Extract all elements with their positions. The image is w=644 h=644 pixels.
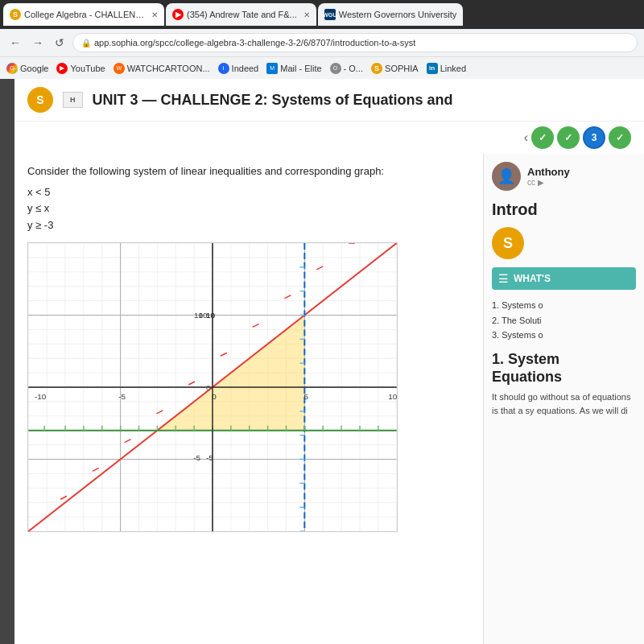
section-title-line2: Equations xyxy=(492,369,562,385)
bookmarks-bar: G Google ▶ YouTube W WATCHCARTOON... i I… xyxy=(0,56,644,79)
covered-item-3: 3. Systems o xyxy=(492,328,636,343)
bookmark-misc[interactable]: O - O... xyxy=(330,63,363,74)
inequality-2: y ≤ x xyxy=(27,200,470,217)
bookmark-misc-label: - O... xyxy=(344,64,363,73)
section-desc-text: It should go without sa of equations is … xyxy=(492,392,630,415)
google-icon: G xyxy=(6,63,18,74)
svg-text:10: 10 xyxy=(206,311,216,320)
indeed-icon: i xyxy=(218,63,229,74)
bookmark-sophia[interactable]: S SOPHIA xyxy=(371,63,419,74)
covered-item-2: 2. The Soluti xyxy=(492,313,636,328)
forward-button[interactable]: → xyxy=(29,35,47,51)
bookmark-linkedin-label: Linked xyxy=(440,64,466,73)
back-button[interactable]: ← xyxy=(6,35,24,51)
instructor-card: 👤 Anthony cc ▶ xyxy=(492,162,636,191)
cc-label: cc ▶ xyxy=(527,178,570,187)
tab-label-youtube: (354) Andrew Tate and F&... xyxy=(187,10,297,19)
tab-icon-wgu: WGU xyxy=(324,9,336,20)
covered-list: 1. Systems o 2. The Soluti 3. Systems o xyxy=(492,298,636,343)
nav-dots-row: ‹ ✓ ✓ 3 ✓ xyxy=(14,122,644,154)
youtube-bm-icon: ▶ xyxy=(56,63,68,74)
nav-dot-1[interactable]: ✓ xyxy=(531,126,554,149)
page-title: UNIT 3 — CHALLENGE 2: Systems of Equatio… xyxy=(93,92,453,109)
dot-3-label: 3 xyxy=(592,132,597,143)
tab-bar: S College Algebra - CHALLENGE ✕ ▶ (354) … xyxy=(0,0,644,29)
address-bar-row: ← → ↺ 🔒 app.sophia.org/spcc/college-alge… xyxy=(0,29,644,56)
tab-close-1[interactable]: ✕ xyxy=(151,10,158,19)
tab-label-college-algebra: College Algebra - CHALLENGE xyxy=(24,10,145,19)
lock-icon: 🔒 xyxy=(81,39,91,47)
refresh-button[interactable]: ↺ xyxy=(52,35,68,51)
list-icon: ☰ xyxy=(498,272,509,285)
systems-section-title: 1. System Equations xyxy=(492,351,636,386)
bookmark-linkedin[interactable]: in Linked xyxy=(427,63,466,74)
svg-text:0: 0 xyxy=(206,383,211,392)
bookmark-mail-label: Mail - Elite xyxy=(280,64,321,73)
bookmark-youtube[interactable]: ▶ YouTube xyxy=(56,63,105,74)
misc-icon: O xyxy=(330,63,341,74)
graph-svg: -5 0 5 10 -10 10 10 10 -5 10 xyxy=(28,243,397,531)
avatar: 👤 xyxy=(492,162,521,191)
unit-logo-box: H xyxy=(63,92,83,108)
inequality-1: x < 5 xyxy=(27,184,470,201)
bookmark-mail[interactable]: M Mail - Elite xyxy=(266,63,321,74)
inequalities-block: x < 5 y ≤ x y ≥ -3 xyxy=(27,184,470,234)
tab-label-wgu: Western Governors University xyxy=(339,10,457,19)
bookmark-watchcartoon[interactable]: W WATCHCARTOON... xyxy=(114,63,210,74)
right-sidebar: 👤 Anthony cc ▶ Introd S ☰ WHAT'S xyxy=(483,154,644,644)
bookmark-sophia-label: SOPHIA xyxy=(385,64,419,73)
x-label-neg5: -5 xyxy=(118,392,126,401)
nav-dot-4[interactable]: ✓ xyxy=(609,126,631,149)
sophia-bm-icon: S xyxy=(371,63,382,74)
x-label-neg10: -10 xyxy=(35,392,47,401)
section-title-line1: 1. System xyxy=(492,351,559,367)
intro-title: Introd xyxy=(492,200,636,219)
tab-icon-sophia: S xyxy=(10,9,21,20)
tab-wgu[interactable]: WGU Western Governors University xyxy=(318,3,464,26)
bookmark-google-label: Google xyxy=(20,64,48,73)
y-label-neg5: -5 xyxy=(206,453,213,462)
watchcartoon-icon: W xyxy=(114,63,125,74)
inequality-3: y ≥ -3 xyxy=(27,217,470,234)
lesson-main: Consider the following system of linear … xyxy=(14,154,483,644)
bookmark-indeed-label: Indeed xyxy=(232,64,259,73)
dot-1-label: ✓ xyxy=(539,132,547,143)
content-wrapper: S H UNIT 3 — CHALLENGE 2: Systems of Equ… xyxy=(0,79,644,644)
dot-4-label: ✓ xyxy=(616,132,624,143)
sophia-logo-sidebar: S xyxy=(492,227,524,259)
svg-text:10: 10 xyxy=(194,311,204,320)
linkedin-icon: in xyxy=(427,63,438,74)
bookmark-youtube-label: YouTube xyxy=(70,64,105,73)
svg-text:-5: -5 xyxy=(193,453,200,462)
page-content: S H UNIT 3 — CHALLENGE 2: Systems of Equ… xyxy=(14,79,644,644)
tab-icon-youtube: ▶ xyxy=(172,9,184,20)
x-label-10: 10 xyxy=(388,392,397,401)
whats-covered-label: WHAT'S xyxy=(514,273,551,284)
tab-college-algebra[interactable]: S College Algebra - CHALLENGE ✕ xyxy=(3,3,164,26)
x-label-5: 5 xyxy=(304,392,309,401)
x-label-0: 0 xyxy=(212,392,217,401)
bookmark-watchcartoon-label: WATCHCARTOON... xyxy=(127,64,210,73)
mail-icon: M xyxy=(266,63,278,74)
bookmark-indeed[interactable]: i Indeed xyxy=(218,63,259,74)
dot-2-label: ✓ xyxy=(564,132,572,143)
sophia-logo: S xyxy=(27,87,53,113)
question-text: Consider the following system of linear … xyxy=(27,163,470,180)
left-strip xyxy=(0,79,14,644)
address-bar[interactable]: 🔒 app.sophia.org/spcc/college-algebra-3-… xyxy=(72,33,638,52)
nav-chevron-left[interactable]: ‹ xyxy=(524,130,528,145)
whats-covered-box: ☰ WHAT'S xyxy=(492,267,636,290)
nav-dot-2[interactable]: ✓ xyxy=(557,126,580,149)
tab-close-2[interactable]: ✕ xyxy=(303,10,310,19)
systems-desc: It should go without sa of equations is … xyxy=(492,390,636,417)
tab-youtube[interactable]: ▶ (354) Andrew Tate and F&... ✕ xyxy=(166,3,316,26)
url-text: app.sophia.org/spcc/college-algebra-3-ch… xyxy=(94,38,415,47)
bookmark-google[interactable]: G Google xyxy=(6,63,48,74)
instructor-name: Anthony xyxy=(527,166,570,178)
nav-dot-3[interactable]: 3 xyxy=(583,126,605,149)
page-header: S H UNIT 3 — CHALLENGE 2: Systems of Equ… xyxy=(14,79,644,122)
body-row: Consider the following system of linear … xyxy=(14,154,644,644)
browser-chrome: S College Algebra - CHALLENGE ✕ ▶ (354) … xyxy=(0,0,644,79)
graph-container: -5 0 5 10 -10 10 10 10 -5 10 xyxy=(27,242,398,532)
covered-item-1: 1. Systems o xyxy=(492,298,636,313)
